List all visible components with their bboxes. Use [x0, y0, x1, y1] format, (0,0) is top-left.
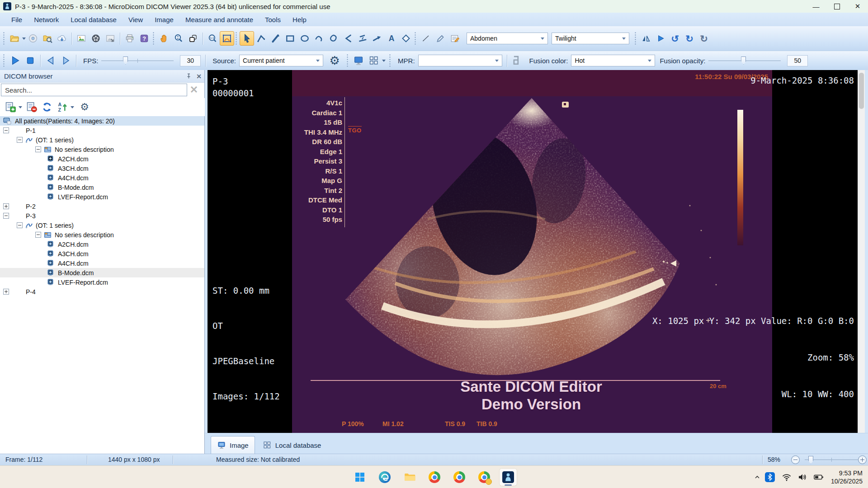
- tree-item-study[interactable]: (OT: 1 series): [0, 221, 204, 230]
- cine-settings-button[interactable]: ⚙: [327, 53, 342, 68]
- eraser-tool-button[interactable]: [399, 31, 413, 46]
- menu-view[interactable]: View: [123, 13, 149, 26]
- start-button[interactable]: [351, 468, 369, 486]
- wifi-icon[interactable]: [782, 473, 792, 482]
- pan-tool-button[interactable]: [157, 31, 171, 46]
- mpr-select[interactable]: [418, 55, 502, 66]
- copy-image-button[interactable]: [103, 31, 118, 46]
- scrollbar-thumb[interactable]: [859, 73, 864, 109]
- edge-button[interactable]: [376, 468, 394, 486]
- collapse-icon[interactable]: [3, 213, 9, 219]
- expand-icon[interactable]: [3, 203, 9, 209]
- status-zoom-slider[interactable]: [805, 454, 858, 465]
- clear-search-icon[interactable]: ✕: [187, 84, 201, 96]
- pin-icon[interactable]: [186, 73, 192, 79]
- add-to-list-caret[interactable]: [19, 106, 22, 108]
- tree-item-series[interactable]: No series description: [0, 230, 204, 239]
- menu-file[interactable]: File: [5, 13, 28, 26]
- pan-frames-button[interactable]: [186, 31, 200, 46]
- pencil-tool-button[interactable]: [433, 31, 448, 46]
- fusion-opacity-slider[interactable]: [708, 55, 781, 66]
- collapse-icon[interactable]: [17, 137, 23, 143]
- panel-close-icon[interactable]: ✕: [196, 73, 202, 80]
- tree-item-study[interactable]: (OT: 1 series): [0, 135, 204, 145]
- export-image-button[interactable]: [74, 31, 89, 46]
- closed-polygon-tool-button[interactable]: [326, 31, 341, 46]
- chrome-button[interactable]: [425, 468, 443, 486]
- scan-folder-button[interactable]: [40, 31, 55, 46]
- line-measure-button[interactable]: [269, 31, 283, 46]
- close-button[interactable]: ✕: [847, 0, 868, 13]
- palette-select[interactable]: Twilight: [552, 33, 629, 44]
- rotate-right-button[interactable]: ↻: [682, 31, 697, 46]
- cine-stop-button[interactable]: [23, 53, 38, 68]
- viewport-scrollbar[interactable]: [858, 70, 865, 433]
- text-annotation-button[interactable]: A: [384, 31, 399, 46]
- help-button[interactable]: ?: [137, 31, 151, 46]
- flip-horizontal-button[interactable]: [639, 31, 653, 46]
- sort-caret[interactable]: [71, 106, 74, 108]
- tree-item-series[interactable]: No series description: [0, 145, 204, 154]
- tree-item-file[interactable]: LVEF-Report.dcm: [0, 192, 204, 202]
- reset-view-button[interactable]: ↻: [697, 31, 711, 46]
- burn-cd-button[interactable]: [26, 31, 40, 46]
- menu-help[interactable]: Help: [287, 13, 312, 26]
- fit-to-window-button[interactable]: [220, 31, 234, 46]
- print-button[interactable]: [123, 31, 137, 46]
- tree-item-patient[interactable]: P-2: [0, 202, 204, 211]
- microdicom-taskbar-button[interactable]: [499, 468, 517, 486]
- menu-tools[interactable]: Tools: [259, 13, 287, 26]
- tree-item-file[interactable]: B-Mode.dcm: [0, 183, 204, 192]
- bluetooth-icon[interactable]: [765, 472, 775, 482]
- rotate-left-button[interactable]: ↺: [668, 31, 682, 46]
- grid-layout-caret[interactable]: [382, 60, 386, 62]
- menu-image[interactable]: Image: [149, 13, 179, 26]
- battery-icon[interactable]: [813, 473, 824, 482]
- sort-button[interactable]: AZ: [55, 99, 70, 115]
- zoom-out-button[interactable]: [791, 455, 800, 464]
- tree-item-file[interactable]: A2CH.dcm: [0, 239, 204, 249]
- next-frame-button[interactable]: [58, 53, 74, 68]
- play-cine-button[interactable]: [653, 31, 668, 46]
- tree-item-patient[interactable]: P-1: [0, 126, 204, 135]
- image-viewport[interactable]: 11:50:22 Su 09/03/2025 4V1c Cardiac 1 15…: [208, 70, 858, 433]
- menu-measure-annotate[interactable]: Measure and annotate: [179, 13, 259, 26]
- thin-line-tool-button[interactable]: [419, 31, 433, 46]
- export-video-button[interactable]: [89, 31, 103, 46]
- body-preset-select[interactable]: Abdomen: [467, 33, 548, 44]
- maximize-button[interactable]: [826, 0, 847, 13]
- arrow-annotation-button[interactable]: [370, 31, 384, 46]
- rectangle-tool-button[interactable]: [283, 31, 297, 46]
- add-to-list-button[interactable]: [3, 99, 18, 115]
- minimize-button[interactable]: —: [806, 0, 826, 13]
- cloud-download-button[interactable]: [55, 31, 69, 46]
- tab-image[interactable]: Image: [211, 436, 255, 454]
- tree-item-all-patients[interactable]: All patients(Patients: 4, Images: 20): [0, 116, 204, 126]
- actual-size-button[interactable]: 1:1: [205, 31, 220, 46]
- open-dropdown-caret[interactable]: [22, 38, 26, 40]
- fps-slider[interactable]: [101, 55, 174, 66]
- fusion-icon[interactable]: [509, 53, 525, 68]
- tree-item-file[interactable]: A2CH.dcm: [0, 154, 204, 164]
- edit-annotations-button[interactable]: [448, 31, 462, 46]
- search-input[interactable]: [1, 84, 187, 96]
- angle-tool-button[interactable]: [341, 31, 355, 46]
- open-folder-button[interactable]: [7, 31, 22, 46]
- ellipse-tool-button[interactable]: [297, 31, 312, 46]
- tree-item-file[interactable]: A4CH.dcm: [0, 258, 204, 268]
- zoom-tool-button[interactable]: [171, 31, 186, 46]
- remove-from-list-button[interactable]: [24, 99, 39, 115]
- taskbar-clock[interactable]: 9:53 PM 10/26/2025: [831, 469, 863, 485]
- browser-settings-button[interactable]: ⚙: [77, 99, 92, 115]
- cine-play-button[interactable]: [7, 53, 23, 68]
- polyline-measure-button[interactable]: [254, 31, 269, 46]
- open-polygon-tool-button[interactable]: [312, 31, 326, 46]
- tree-item-file[interactable]: LVEF-Report.dcm: [0, 277, 204, 287]
- tree-item-file-selected[interactable]: B-Mode.dcm: [0, 268, 204, 277]
- previous-frame-button[interactable]: [43, 53, 58, 68]
- source-select[interactable]: Current patient: [239, 55, 323, 66]
- tree-item-patient[interactable]: P-3: [0, 211, 204, 221]
- chrome-profile2-button[interactable]: [450, 468, 468, 486]
- tree-item-file[interactable]: A4CH.dcm: [0, 173, 204, 183]
- file-explorer-button[interactable]: [401, 468, 419, 486]
